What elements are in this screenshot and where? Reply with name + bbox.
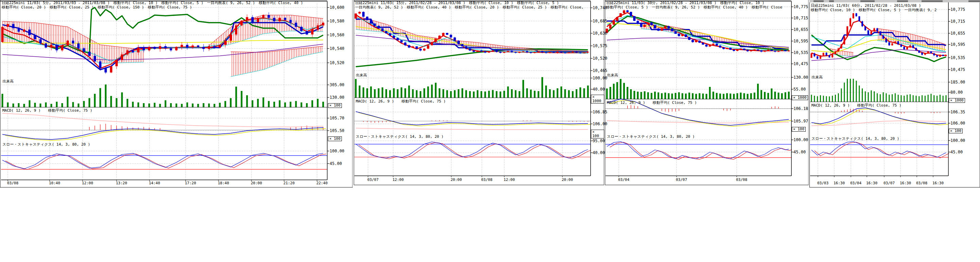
time-axis-label: 03/08 — [736, 178, 747, 182]
chart-title: 日経225mini 11/03( 5分, 2011/03/03 - 2011/0… — [2, 1, 329, 5]
slow-stochastics-indicator — [355, 142, 591, 159]
trading-app-workspace: 日経225mini 11/03( 5分, 2011/03/03 - 2011/0… — [0, 0, 980, 262]
chart-title: 日経225mini 11/03( 15分, 2011/02/28 - 2011/… — [355, 1, 592, 5]
price-axis-label: 10,465 — [593, 69, 607, 73]
macd-axis-label: 106.00 — [950, 121, 965, 125]
macd-axis-label: 105.50 — [329, 129, 344, 133]
time-axis-label: 10:40 — [49, 181, 60, 185]
stochastics-axis-label: 45.00 — [950, 150, 963, 154]
scrollbar-segment[interactable] — [829, 0, 834, 2]
time-axis-label: 21:20 — [283, 181, 294, 185]
scrollbar-segment[interactable] — [861, 0, 875, 2]
chart-title: 日経225mini 11/03( 60分, 2011/02/28 - 2011/… — [811, 3, 950, 8]
time-axis-label: 03/07 — [883, 181, 895, 185]
macd-axis-label: 105.97 — [794, 119, 808, 123]
macd-section-label: MACD( 12, 26, 9 ) 移動平均( Close, 75 ) — [356, 99, 446, 104]
volume-axis-label: 305.00 — [329, 83, 344, 87]
chart-canvas — [0, 0, 353, 188]
chart-window-30min: 日経225mini 11/03( 30分, 2011/02/28 - 2011/… — [605, 0, 809, 186]
chart-indicator-legend: 一目均衡表( 9, 26, 52 ) 移動平均( Close, 40 ) 移動平… — [355, 5, 592, 9]
macd-scale-unit: × 100 — [792, 127, 806, 132]
macd-scale-unit: × 100 — [328, 136, 342, 141]
price-axis-label: 10,715 — [950, 19, 965, 24]
volume-bars — [1, 85, 327, 107]
time-axis-label: 22:40 — [317, 181, 328, 185]
time-axis-label: 12:00 — [82, 181, 93, 185]
chart-canvas — [354, 0, 604, 186]
macd-axis-label: 105.70 — [329, 116, 344, 120]
price-axis-label: 10,595 — [794, 39, 808, 43]
chart-window-60min: 日経225mini 11/03( 60分, 2011/02/28 - 2011/… — [810, 0, 980, 188]
time-axis-label: 03/07 — [676, 178, 687, 182]
slow-stochastics-indicator — [606, 142, 792, 159]
volume-bars — [355, 77, 590, 98]
macd-axis-label: 106.18 — [794, 107, 808, 110]
time-axis-label: 16:30 — [932, 181, 943, 185]
volume-axis-label: 130.00 — [329, 95, 344, 99]
slow-stochastics-indicator — [1, 153, 327, 170]
macd-axis-label: 106.35 — [950, 110, 965, 114]
price-axis-label: 10,775 — [794, 5, 808, 9]
stochastics-section-label: スロー・ストキャスティクス( 14, 3, 80, 20 ) — [811, 137, 899, 141]
stochastics-axis-label: 45.00 — [329, 161, 342, 166]
volume-scale-unit: × 1000 — [591, 95, 604, 104]
time-axis-label: 03/08 — [916, 181, 928, 185]
price-axis-label: 10,540 — [329, 46, 344, 51]
time-axis-label: 20:00 — [562, 178, 573, 182]
stochastics-axis-label: 95.00 — [593, 139, 605, 143]
stochastics-section-label: スロー・ストキャスティクス( 14, 3, 80, 20 ) — [356, 135, 444, 139]
macd-axis-label: 106.85 — [593, 110, 607, 114]
scrollbar-segment[interactable] — [921, 0, 943, 2]
time-axis-label: 16:30 — [866, 181, 877, 185]
volume-scale-unit: × 1000 — [949, 98, 965, 103]
price-axis-label: 10,685 — [593, 19, 607, 23]
price-axis-label: 10,595 — [950, 43, 965, 46]
volume-axis-label: 100.00 — [593, 76, 607, 80]
time-axis-label: 03/08 — [481, 178, 492, 182]
time-axis-label: 18:40 — [218, 181, 229, 185]
macd-scale-unit: × 100 — [949, 129, 963, 133]
volume-section-label: 出来高 — [607, 73, 618, 77]
volume-axis-label: 185.00 — [950, 80, 965, 84]
macd-scale-unit: × 100 — [591, 129, 604, 139]
price-axis-label: 10,520 — [593, 56, 607, 60]
macd-axis-label: 106.00 — [593, 122, 607, 126]
stochastics-axis-label: 100.00 — [794, 138, 808, 142]
chart-canvas — [605, 0, 809, 186]
price-axis-label: 10,535 — [794, 51, 808, 55]
time-axis-label: 20:00 — [450, 178, 462, 182]
scrollbar-segment[interactable] — [813, 0, 824, 2]
price-axis-label: 10,520 — [329, 61, 344, 65]
stochastics-axis-label: 40.00 — [593, 151, 605, 155]
time-axis-label: 03/04 — [618, 178, 629, 182]
time-axis-label: 03/07 — [368, 178, 379, 182]
chart-indicator-legend: 移動平均( Close, 10 ) 移動平均( Close, 5 ) 一目均衡表… — [811, 8, 950, 12]
axes-frame — [605, 0, 809, 185]
time-axis-label: 03/03 — [817, 181, 829, 185]
chart-indicator-legend: 移動平均( Close, 5 ) 一目均衡表( 9, 26, 52 ) 移動平均… — [606, 5, 793, 9]
stochastics-section-label: スロー・ストキャスティクス( 14, 3, 80, 20 ) — [2, 142, 90, 147]
time-axis-label: 03/04 — [850, 181, 861, 185]
scrollbar-segment[interactable] — [897, 0, 908, 2]
macd-indicator — [810, 108, 949, 126]
price-axis-label: 10,580 — [329, 19, 344, 23]
price-axis-label: 10,655 — [794, 27, 808, 32]
volume-axis-label: 55.00 — [794, 87, 806, 91]
time-axis-label: 20:00 — [251, 181, 262, 185]
time-axis-label: 13:20 — [116, 181, 127, 185]
scrollbar-segment[interactable] — [969, 0, 980, 2]
macd-section-label: MACD( 12, 26, 9 ) 移動平均( Close, 75 ) — [811, 104, 902, 107]
volume-section-label: 出来高 — [2, 79, 14, 84]
volume-scale-unit: × 100 — [328, 103, 342, 108]
price-axis-label: 10,630 — [593, 31, 607, 35]
stochastics-axis-label: 45.00 — [794, 150, 806, 154]
volume-section-label: 出来高 — [811, 75, 822, 79]
volume-scale-unit: × 1000 — [792, 95, 808, 100]
macd-indicator — [1, 114, 327, 140]
horizontal-scrollbar[interactable] — [810, 0, 980, 2]
volume-axis-label: 80.00 — [950, 90, 963, 94]
price-axis-label: 10,740 — [593, 6, 607, 10]
price-axis-label: 10,575 — [593, 44, 607, 48]
price-axis-label: 10,775 — [950, 8, 965, 11]
moving-average-lines — [356, 14, 588, 66]
